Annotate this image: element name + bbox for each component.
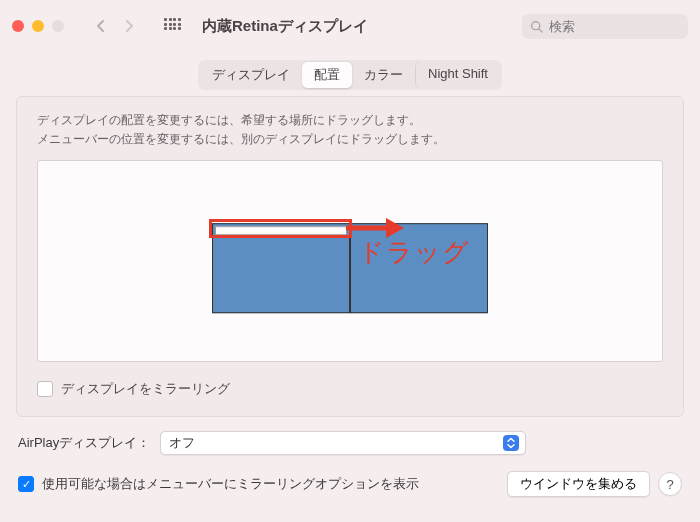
- tab-display[interactable]: ディスプレイ: [200, 62, 302, 88]
- tab-color[interactable]: カラー: [352, 62, 415, 88]
- menubar-option-checkbox[interactable]: [18, 476, 34, 492]
- tab-arrangement[interactable]: 配置: [302, 62, 352, 88]
- svg-line-1: [539, 28, 542, 31]
- footer: AirPlayディスプレイ： オフ 使用可能な場合はメニューバーにミラーリングオ…: [0, 417, 700, 497]
- gather-windows-button[interactable]: ウインドウを集める: [507, 471, 650, 497]
- airplay-value: オフ: [169, 434, 195, 452]
- mirror-label: ディスプレイをミラーリング: [61, 380, 230, 398]
- tab-bar: ディスプレイ 配置 カラー Night Shift: [16, 60, 684, 90]
- tab-night-shift[interactable]: Night Shift: [415, 62, 500, 88]
- window-controls: [12, 20, 64, 32]
- instruction-line-2: メニューバーの位置を変更するには、別のディスプレイにドラッグします。: [37, 130, 663, 149]
- airplay-select[interactable]: オフ: [160, 431, 526, 455]
- search-input[interactable]: [547, 18, 680, 35]
- forward-button[interactable]: [116, 14, 142, 38]
- search-icon: [530, 20, 543, 33]
- grid-icon: [164, 18, 180, 34]
- close-window-button[interactable]: [12, 20, 24, 32]
- instruction-text: ディスプレイの配置を変更するには、希望する場所にドラッグします。 メニューバーの…: [37, 111, 663, 148]
- bottom-row: 使用可能な場合はメニューバーにミラーリングオプションを表示 ウインドウを集める …: [18, 471, 682, 497]
- search-field[interactable]: [522, 14, 688, 39]
- back-button[interactable]: [88, 14, 114, 38]
- segmented-control: ディスプレイ 配置 カラー Night Shift: [198, 60, 502, 90]
- show-all-prefs-button[interactable]: [158, 14, 186, 38]
- airplay-row: AirPlayディスプレイ： オフ: [18, 431, 682, 455]
- select-stepper-icon: [503, 435, 519, 451]
- zoom-window-button[interactable]: [52, 20, 64, 32]
- window-title: 内蔵Retinaディスプレイ: [202, 17, 368, 36]
- instruction-line-1: ディスプレイの配置を変更するには、希望する場所にドラッグします。: [37, 111, 663, 130]
- nav-buttons: [88, 14, 142, 38]
- menubar-option-label: 使用可能な場合はメニューバーにミラーリングオプションを表示: [42, 475, 419, 493]
- help-button[interactable]: ?: [658, 472, 682, 496]
- minimize-window-button[interactable]: [32, 20, 44, 32]
- display-group: [212, 223, 488, 313]
- airplay-label: AirPlayディスプレイ：: [18, 434, 150, 452]
- mirror-checkbox[interactable]: [37, 381, 53, 397]
- window-toolbar: 内蔵Retinaディスプレイ: [0, 0, 700, 52]
- display-secondary[interactable]: [350, 223, 488, 313]
- menubar-handle[interactable]: [215, 226, 347, 235]
- display-primary[interactable]: [212, 223, 350, 313]
- arrangement-panel: ディスプレイの配置を変更するには、希望する場所にドラッグします。 メニューバーの…: [16, 96, 684, 417]
- mirror-row: ディスプレイをミラーリング: [37, 380, 663, 398]
- arrangement-area[interactable]: ドラッグ: [37, 160, 663, 362]
